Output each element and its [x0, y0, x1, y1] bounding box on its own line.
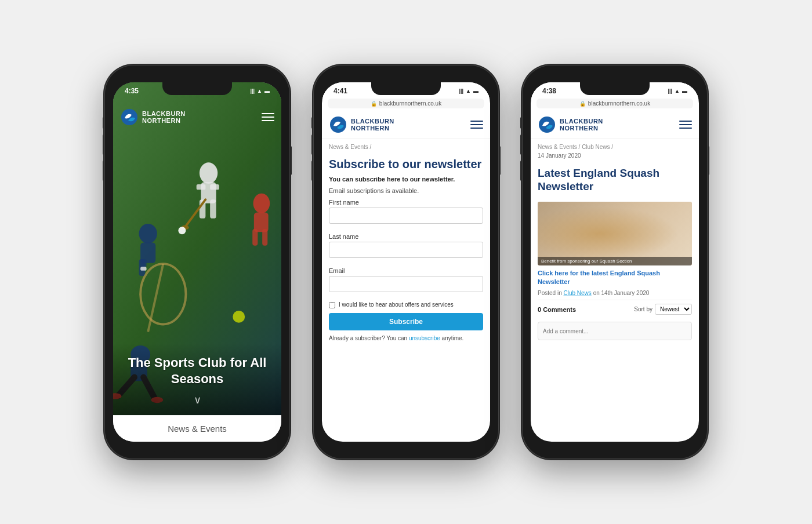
- image-caption: Benefit from sponsoring our Squash Secti…: [538, 257, 692, 265]
- offers-checkbox[interactable]: [329, 302, 335, 308]
- hamburger-menu-3[interactable]: [679, 121, 692, 129]
- mute-button-2: [311, 117, 313, 129]
- email-group: Email: [329, 267, 483, 292]
- vol-up-button-2: [311, 134, 313, 155]
- logo-icon-1: [120, 108, 139, 126]
- svg-rect-14: [252, 229, 258, 246]
- posted-in-prefix: Posted in: [538, 290, 562, 296]
- notch-3: [580, 82, 650, 95]
- article-link[interactable]: Click here for the latest England Squash…: [538, 269, 692, 287]
- posted-in-category[interactable]: Club News: [563, 290, 591, 296]
- already-sub-prefix: Already a subscriber? You can: [329, 335, 407, 341]
- status-time-2: 4:41: [334, 87, 347, 95]
- phone-1-bottom: News & Events: [113, 415, 281, 442]
- svg-point-3: [200, 162, 217, 184]
- phones-showcase: 4:35 ||| ▲ ▬: [104, 65, 708, 459]
- logo-line2-2: NORTHERN: [351, 125, 394, 132]
- breadcrumb-text-3[interactable]: News & Events / Club News /: [538, 144, 613, 150]
- phone-2-screen: 4:41 ||| ▲ ▬ 🔒 blackburnnorthern.co.uk: [322, 82, 490, 442]
- email-input[interactable]: [329, 276, 483, 292]
- hero-title: The Sports Club for All Seasons: [122, 355, 273, 387]
- sort-area: Sort by Newest: [634, 304, 692, 315]
- signal-icon-1: |||: [251, 88, 255, 94]
- phone-2: 4:41 ||| ▲ ▬ 🔒 blackburnnorthern.co.uk: [313, 65, 499, 459]
- logo-line1-3: BLACKBURN: [560, 118, 603, 125]
- phone-3: 4:38 ||| ▲ ▬ 🔒 blackburnnorthern.co.uk: [522, 65, 708, 459]
- vol-down-button: [103, 161, 104, 181]
- status-time-3: 4:38: [542, 87, 556, 95]
- logo-text-3: BLACKBURN NORTHERN: [560, 118, 603, 132]
- anytime-text: anytime.: [442, 335, 464, 341]
- status-icons-2: ||| ▲ ▬: [459, 88, 478, 94]
- power-button-2: [499, 146, 501, 175]
- sort-select[interactable]: Newest: [655, 304, 692, 315]
- svg-rect-15: [262, 229, 267, 246]
- wifi-icon-3: ▲: [675, 88, 680, 94]
- svg-point-11: [178, 227, 186, 234]
- article-content: Latest England Squash Newsletter: [531, 162, 699, 442]
- email-label: Email: [329, 267, 483, 274]
- logo-line1-2: BLACKBURN: [351, 118, 394, 125]
- form-subtitle: You can subscribe here to our newsletter…: [329, 176, 483, 183]
- notch-1: [162, 82, 232, 95]
- breadcrumb-2[interactable]: News & Events /: [322, 139, 490, 152]
- wifi-icon-1: ▲: [257, 88, 262, 94]
- already-subscriber-text: Already a subscriber? You can unsubscrib…: [329, 335, 483, 341]
- hamburger-menu-2[interactable]: [470, 121, 483, 129]
- scroll-indicator[interactable]: ∨: [194, 394, 201, 406]
- article-title: Latest England Squash Newsletter: [538, 167, 692, 194]
- home-bar: [174, 451, 220, 453]
- news-events-label: News & Events: [168, 424, 227, 434]
- svg-rect-8: [210, 184, 219, 190]
- status-icons-1: ||| ▲ ▬: [251, 88, 270, 94]
- svg-rect-19: [140, 259, 146, 267]
- battery-icon-1: ▬: [264, 88, 270, 94]
- page-title-2: Subscribe to our newsletter: [329, 157, 483, 171]
- subscribe-button[interactable]: Subscribe: [329, 313, 483, 330]
- svg-point-23: [233, 311, 245, 323]
- logo-icon-3: [538, 115, 556, 134]
- signal-icon-3: |||: [668, 88, 673, 94]
- phone-3-screen: 4:38 ||| ▲ ▬ 🔒 blackburnnorthern.co.uk: [531, 82, 699, 442]
- url-bar-2: 🔒 blackburnnorthern.co.uk: [328, 99, 484, 108]
- nav-header-3: BLACKBURN NORTHERN: [531, 111, 699, 139]
- logo-line2-3: NORTHERN: [560, 125, 603, 132]
- vol-up-button: [103, 134, 104, 155]
- logo-text-1: BLACKBURN NORTHERN: [142, 110, 186, 124]
- logo-area-2: BLACKBURN NORTHERN: [329, 115, 394, 134]
- svg-rect-20: [140, 267, 146, 271]
- email-note: Email subscriptions is available.: [329, 187, 483, 194]
- phone-1-nav: BLACKBURN NORTHERN: [113, 103, 281, 131]
- signal-icon-2: |||: [459, 88, 464, 94]
- hero-overlay: The Sports Club for All Seasons ∨: [113, 343, 281, 415]
- last-name-label: Last name: [329, 233, 483, 240]
- svg-point-12: [253, 194, 270, 213]
- comments-bar: 0 Comments Sort by Newest: [538, 300, 692, 318]
- vol-down-button-2: [311, 161, 313, 181]
- logo-icon-2: [329, 115, 347, 134]
- home-bar-2: [383, 451, 429, 453]
- url-bar-3: 🔒 blackburnnorthern.co.uk: [536, 99, 693, 108]
- svg-rect-13: [254, 212, 269, 232]
- status-icons-3: ||| ▲ ▬: [668, 88, 687, 94]
- breadcrumb-3: News & Events / Club News /: [531, 139, 699, 152]
- posted-in-date: on 14th January 2020: [593, 290, 650, 296]
- logo-area-3: BLACKBURN NORTHERN: [538, 115, 603, 134]
- mute-button: [103, 117, 104, 129]
- hamburger-menu-1[interactable]: [262, 113, 274, 121]
- first-name-group: First name: [329, 199, 483, 224]
- unsubscribe-link[interactable]: unsubscribe: [409, 335, 440, 341]
- vol-up-button-3: [520, 134, 522, 155]
- power-button-3: [708, 146, 709, 175]
- comment-input[interactable]: [538, 322, 692, 340]
- status-time-1: 4:35: [125, 87, 139, 95]
- last-name-input[interactable]: [329, 242, 483, 258]
- logo-area-1: BLACKBURN NORTHERN: [120, 108, 186, 126]
- image-bg: [538, 202, 692, 265]
- url-text-2: blackburnnorthern.co.uk: [379, 100, 441, 107]
- first-name-input[interactable]: [329, 208, 483, 224]
- checkbox-label: I would like to hear about offers and se…: [339, 301, 454, 308]
- home-bar-3: [592, 451, 638, 453]
- url-text-3: blackburnnorthern.co.uk: [588, 100, 650, 107]
- checkbox-row: I would like to hear about offers and se…: [329, 301, 483, 308]
